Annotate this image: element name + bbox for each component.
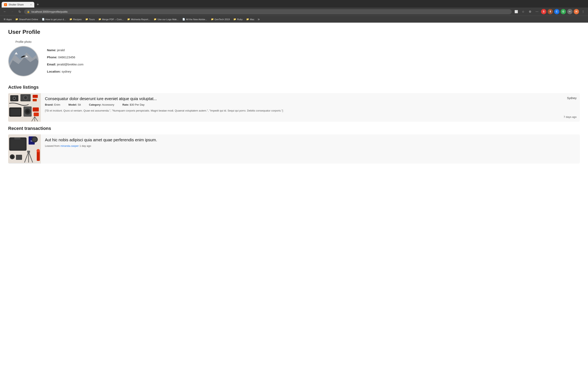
reload-button[interactable]: ↻ <box>17 9 22 15</box>
folder-icon-5: 📁 <box>127 18 130 21</box>
folder-icon-6: 📁 <box>154 18 156 21</box>
profile-section: Profile photo <box>8 40 580 76</box>
svg-rect-34 <box>14 137 20 140</box>
lock-icon: 🔒 <box>27 10 30 13</box>
new-tab-button[interactable]: + <box>35 2 41 8</box>
bookmark-logo-maker[interactable]: 📁 Use our Logo Mak... <box>152 17 180 21</box>
close-tab-button[interactable]: × <box>30 3 32 6</box>
bookmark-recipes[interactable]: 📁 Recipes <box>68 17 83 21</box>
more-button[interactable]: ⋯ <box>534 9 540 15</box>
listing-brand: Brand: Enim <box>45 103 60 106</box>
menu-button[interactable]: ⋮ <box>580 9 586 15</box>
rate-value: $30 Per Day <box>130 103 145 106</box>
browser-chrome: S Shutter Share × + ← → ↻ 🔒 localhost:30… <box>0 0 588 23</box>
svg-point-15 <box>13 98 15 99</box>
bookmark-sharepoint-label: SharePoint Online <box>19 18 38 21</box>
bookmarks-more-button[interactable]: » <box>256 17 261 22</box>
bookmarks-bar: ⊞ Apps 📁 SharePoint Online 📄 How to get … <box>0 16 588 23</box>
bookmark-gentech-label: GenTech 2019 <box>215 18 230 21</box>
bookmark-adobe[interactable]: 📄 All the New Adobe... <box>181 17 209 21</box>
bookmark-howto[interactable]: 📄 How to get your d... <box>40 17 68 21</box>
doc-icon-2: 📄 <box>182 18 185 21</box>
page-title: User Profile <box>8 29 580 35</box>
profile-avatar-image <box>8 46 39 76</box>
active-tab[interactable]: S Shutter Share × <box>2 2 34 8</box>
active-listings-title: Active listings <box>8 85 580 90</box>
svg-rect-45 <box>16 155 22 160</box>
bookmark-mac[interactable]: 📁 Mac <box>245 17 256 21</box>
folder-icon-8: 📁 <box>233 18 236 21</box>
bookmark-misheeta-label: Misheeta Report... <box>131 18 150 21</box>
folder-icon-7: 📁 <box>211 18 214 21</box>
svg-text:S: S <box>5 4 6 6</box>
apps-icon: ⊞ <box>4 18 6 21</box>
svg-rect-26 <box>33 108 39 111</box>
svg-point-44 <box>11 156 13 158</box>
forward-button[interactable]: → <box>9 9 15 15</box>
tab-bar: S Shutter Share × + <box>0 0 588 8</box>
extensions-button[interactable]: ⚙ <box>527 9 533 15</box>
bookmark-button[interactable]: ☆ <box>520 9 526 15</box>
cast-button[interactable]: ⬜ <box>513 9 519 15</box>
category-label: Category: <box>89 103 102 106</box>
svg-rect-42 <box>27 151 30 153</box>
profile-name-value: jerald <box>57 48 65 52</box>
bookmark-recipes-label: Recipes <box>73 18 82 21</box>
profile-info: Name: jerald Phone: 0466123456 Email: je… <box>47 40 84 76</box>
address-bar-row: ← → ↻ 🔒 localhost:3000/myprofile/public … <box>0 8 588 16</box>
transaction-title: Aut hic nobis adipisci quia amet quae pe… <box>45 138 576 142</box>
pen-icon[interactable]: ✏ <box>567 9 572 14</box>
transaction-time-value: 1 day ago <box>79 144 91 147</box>
bookmark-sharepoint[interactable]: 📁 SharePoint Online <box>14 17 40 21</box>
leased-from-label: Leased from <box>45 144 60 147</box>
profile-name-row: Name: jerald <box>47 48 84 52</box>
listing-time: 7 days ago <box>563 115 580 122</box>
listing-details: Consequatur dolor deserunt iure eveniet … <box>41 93 559 122</box>
bookmark-misheeta[interactable]: 📁 Misheeta Report... <box>126 17 152 21</box>
bookmark-merge-label: Merge PDF – Com... <box>102 18 123 21</box>
bookmark-mac-label: Mac <box>250 18 254 21</box>
profile-name-label: Name: <box>47 48 56 52</box>
listing-category: Category: Accessory <box>89 103 114 106</box>
listing-model: Model: Sit <box>68 103 81 106</box>
svg-rect-27 <box>34 113 39 116</box>
bookmark-apps[interactable]: ⊞ Apps <box>2 17 13 21</box>
profile-email-row: Email: jerald@brekke.com <box>47 63 84 66</box>
tab-title: Shutter Share <box>9 3 29 6</box>
url-display: localhost:3000/myprofile/public <box>31 10 68 13</box>
listing-description: ["Et et incidunt. Quos ut veniam. Quae e… <box>45 109 555 113</box>
profile-photo-label: Profile photo <box>16 40 32 43</box>
profile-location-value: sydney <box>62 70 71 73</box>
svg-point-25 <box>26 110 29 113</box>
folder-icon: 📁 <box>15 18 18 21</box>
profile-s-icon[interactable]: S <box>541 9 546 14</box>
profile-avatar[interactable]: H <box>574 9 579 14</box>
listing-title: Consequatur dolor deserunt iure eveniet … <box>45 96 555 101</box>
bookmark-tours[interactable]: 📁 Tours <box>84 17 96 21</box>
bookmark-tours-label: Tours <box>89 18 95 21</box>
bookmark-adobe-label: All the New Adobe... <box>186 18 207 21</box>
listing-meta: Brand: Enim Model: Sit Category: Accesso… <box>45 103 555 106</box>
svg-point-18 <box>24 96 27 99</box>
folder-icon-2: 📁 <box>69 18 72 21</box>
profile-c-icon[interactable]: C <box>554 9 559 14</box>
leased-from-user[interactable]: miranda.casper <box>61 144 79 147</box>
back-button[interactable]: ← <box>2 9 8 15</box>
doc-icon: 📄 <box>42 18 45 21</box>
address-bar[interactable]: 🔒 localhost:3000/myprofile/public <box>24 9 512 14</box>
bookmark-merge-pdf[interactable]: 📁 Merge PDF – Com... <box>97 17 125 21</box>
bookmark-ruby-label: Ruby <box>237 18 242 21</box>
brand-value: Enim <box>54 103 61 106</box>
profile-location-label: Location: <box>47 70 61 73</box>
folder-icon-9: 📁 <box>246 18 249 21</box>
extension-icon[interactable]: ⬇ <box>548 9 553 14</box>
profile-g-icon[interactable]: G <box>561 9 566 14</box>
bookmark-ruby[interactable]: 📁 Ruby <box>232 17 244 21</box>
listing-rate: Rate: $30 Per Day <box>122 103 144 106</box>
bookmark-gentech[interactable]: 📁 GenTech 2019 <box>209 17 232 21</box>
svg-point-47 <box>36 149 40 152</box>
bookmark-logo-label: Use our Logo Mak... <box>157 18 179 21</box>
transaction-card: SD Aut hic nobis adipisci quia amet quae… <box>8 134 580 164</box>
svg-rect-33 <box>10 138 26 150</box>
folder-icon-3: 📁 <box>85 18 88 21</box>
